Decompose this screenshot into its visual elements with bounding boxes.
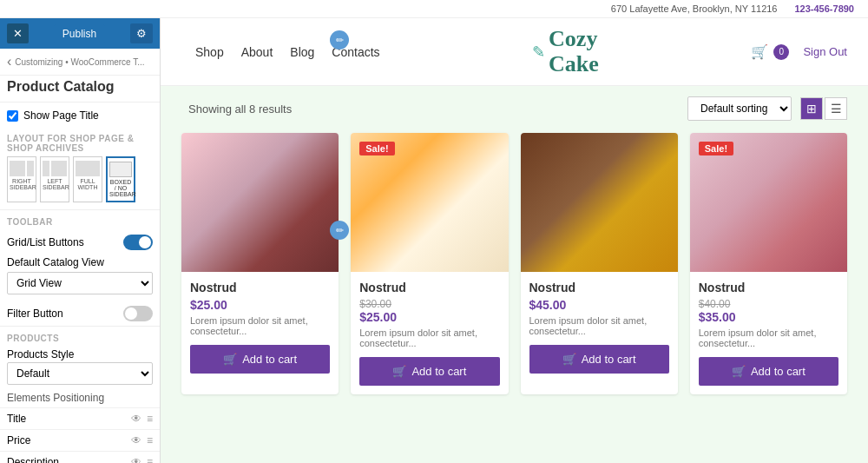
settings-button[interactable]: ⚙: [130, 23, 153, 43]
cart-icon-btn-3: 🛒: [562, 353, 576, 366]
shop-content: ✏ Showing all 8 results Default sorting …: [161, 86, 868, 463]
product-info-1: Nostrud $25.00 Lorem ipsum dolor sit ame…: [181, 272, 339, 382]
add-to-cart-2[interactable]: 🛒 Add to cart: [359, 357, 499, 386]
products-section-label: PRODUCTS: [0, 327, 160, 347]
layout-full-width[interactable]: FULL WIDTH: [73, 156, 102, 202]
handle-icon-desc[interactable]: ≡: [147, 456, 153, 463]
products-style-select-wrap: Default: [0, 362, 160, 390]
store-header-wrap: ✏ Shop About Blog Contacts ✎ Cozy Cake: [161, 18, 868, 86]
toolbar-section: TOOLBAR Grid/List Buttons Default Catalo…: [0, 209, 160, 326]
store-actions: 🛒 0 Sign Out: [751, 43, 847, 60]
store-nav: Shop About Blog Contacts: [195, 45, 380, 59]
product-img-wrap-4: Sale!: [690, 133, 847, 272]
elements-positioning-label: Elements Positioning: [0, 390, 160, 407]
product-desc-1: Lorem ipsum dolor sit amet, consectetur.…: [190, 315, 330, 336]
element-row-title: Title 👁 ≡: [0, 407, 160, 429]
show-page-title-checkbox[interactable]: [7, 110, 18, 122]
filter-button-toggle[interactable]: [123, 306, 153, 321]
address-text: 670 Lafayette Ave, Brooklyn, NY 11216: [611, 3, 778, 14]
handle-icon-price[interactable]: ≡: [147, 434, 153, 446]
product-price-3: $45.00: [529, 298, 669, 312]
grid-view-button[interactable]: ⊞: [800, 97, 823, 120]
product-name-2: Nostrud: [359, 281, 499, 294]
sale-badge-2: Sale!: [359, 142, 394, 155]
product-card-3: Nostrud $45.00 Lorem ipsum dolor sit ame…: [521, 133, 678, 394]
logo-text: Cozy Cake: [549, 27, 599, 76]
product-image-3: [521, 133, 678, 272]
show-page-title-label[interactable]: Show Page Title: [7, 109, 153, 122]
cart-badge: 0: [773, 44, 789, 60]
product-info-4: Nostrud $40.00 $35.00 Lorem ipsum dolor …: [690, 272, 847, 394]
products-style-label: Products Style: [0, 347, 160, 362]
nav-about[interactable]: About: [241, 45, 273, 59]
element-row-description: Description 👁 ≡: [0, 451, 160, 463]
add-to-cart-1[interactable]: 🛒 Add to cart: [190, 345, 330, 374]
product-image-1: [181, 133, 339, 272]
default-catalog-select-wrap: Grid View: [0, 272, 160, 301]
products-section: PRODUCTS Products Style Default Elements…: [0, 326, 160, 463]
layout-section-label: Layout for Shop Page & Shop Archives: [0, 129, 160, 156]
layout-left-sidebar[interactable]: LEFT SIDEBAR: [40, 156, 69, 202]
shop-toolbar: Showing all 8 results Default sorting ⊞ …: [181, 96, 847, 121]
results-text: Showing all 8 results: [188, 103, 292, 116]
phone-text[interactable]: 123-456-7890: [794, 3, 854, 14]
nav-blog[interactable]: Blog: [290, 45, 314, 59]
product-desc-3: Lorem ipsum dolor sit amet, consectetur.…: [529, 315, 669, 336]
show-page-title-section: Show Page Title: [0, 103, 160, 129]
cart-icon: 🛒: [751, 43, 768, 60]
sale-badge-4: Sale!: [699, 142, 733, 155]
eye-icon-desc[interactable]: 👁: [131, 456, 141, 463]
store-logo: ✎ Cozy Cake: [532, 27, 599, 76]
product-orig-price-4: $40.00: [699, 298, 838, 310]
cart-icon-btn-4: 🛒: [732, 365, 746, 378]
grid-list-toggle[interactable]: [123, 235, 153, 250]
filter-button-row: Filter Button: [0, 301, 160, 326]
publish-button[interactable]: Publish: [54, 24, 105, 43]
eye-icon-price[interactable]: 👁: [131, 434, 141, 446]
top-bar: 670 Lafayette Ave, Brooklyn, NY 11216 12…: [0, 0, 868, 18]
product-name-4: Nostrud: [699, 281, 838, 294]
product-grid: Nostrud $25.00 Lorem ipsum dolor sit ame…: [181, 133, 847, 394]
cart-icon-btn-2: 🛒: [392, 365, 406, 378]
product-price-1: $25.00: [190, 298, 330, 312]
default-catalog-label: Default Catalog View: [0, 255, 160, 272]
nav-shop[interactable]: Shop: [195, 45, 224, 59]
breadcrumb-text: Customizing • WooCommerce T...: [15, 57, 144, 67]
product-info-3: Nostrud $45.00 Lorem ipsum dolor sit ame…: [521, 272, 678, 382]
edit-nav-icon[interactable]: ✏: [330, 30, 349, 50]
product-desc-2: Lorem ipsum dolor sit amet, consectetur.…: [359, 327, 499, 348]
view-buttons: ⊞ ☰: [800, 97, 847, 120]
layout-right-sidebar[interactable]: RIGHT SIDEBAR: [7, 156, 36, 202]
results-text-wrap: Showing all 8 results: [188, 103, 292, 116]
sort-select[interactable]: Default sorting: [687, 96, 792, 121]
close-button[interactable]: ✕: [7, 23, 29, 43]
sidebar-header-bar: ✕ Publish ⚙: [0, 18, 160, 49]
sidebar-title: Product Catalog: [0, 76, 160, 103]
toolbar-right: Default sorting ⊞ ☰: [687, 96, 847, 121]
add-to-cart-3[interactable]: 🛒 Add to cart: [529, 345, 669, 374]
layout-options: RIGHT SIDEBAR LEFT SIDEBAR FULL WIDTH: [0, 156, 160, 209]
product-info-2: Nostrud $30.00 $25.00 Lorem ipsum dolor …: [351, 272, 508, 394]
element-row-price: Price 👁 ≡: [0, 429, 160, 451]
layout-boxed-no-sidebar[interactable]: BOXED / NO SIDEBAR: [106, 156, 135, 202]
sidebar-breadcrumb-row: ‹ Customizing • WooCommerce T...: [0, 49, 160, 76]
eye-icon-title[interactable]: 👁: [131, 413, 141, 425]
products-style-select[interactable]: Default: [7, 362, 153, 385]
cart-icon-wrap[interactable]: 🛒 0: [751, 43, 789, 60]
back-arrow-icon[interactable]: ‹: [7, 54, 11, 69]
handle-icon-title[interactable]: ≡: [147, 413, 153, 425]
grid-list-row: Grid/List Buttons: [0, 230, 160, 255]
content-area: ✏ Shop About Blog Contacts ✎ Cozy Cake: [161, 18, 868, 463]
product-card-1: Nostrud $25.00 Lorem ipsum dolor sit ame…: [181, 133, 339, 394]
list-view-button[interactable]: ☰: [825, 97, 847, 120]
product-name-1: Nostrud: [190, 281, 330, 294]
sign-out-link[interactable]: Sign Out: [803, 45, 847, 58]
product-card-2: Sale! Nostrud $30.00 $25.00 Lorem ipsum …: [351, 133, 508, 394]
product-price-2: $25.00: [359, 310, 499, 324]
default-catalog-select[interactable]: Grid View: [7, 272, 153, 294]
logo-icon: ✎: [532, 43, 545, 62]
product-card-4: Sale! Nostrud $40.00 $35.00 Lorem ipsum …: [690, 133, 847, 394]
toolbar-section-label: TOOLBAR: [0, 210, 160, 230]
add-to-cart-4[interactable]: 🛒 Add to cart: [699, 357, 838, 386]
element-desc-icons: 👁 ≡: [131, 456, 153, 463]
